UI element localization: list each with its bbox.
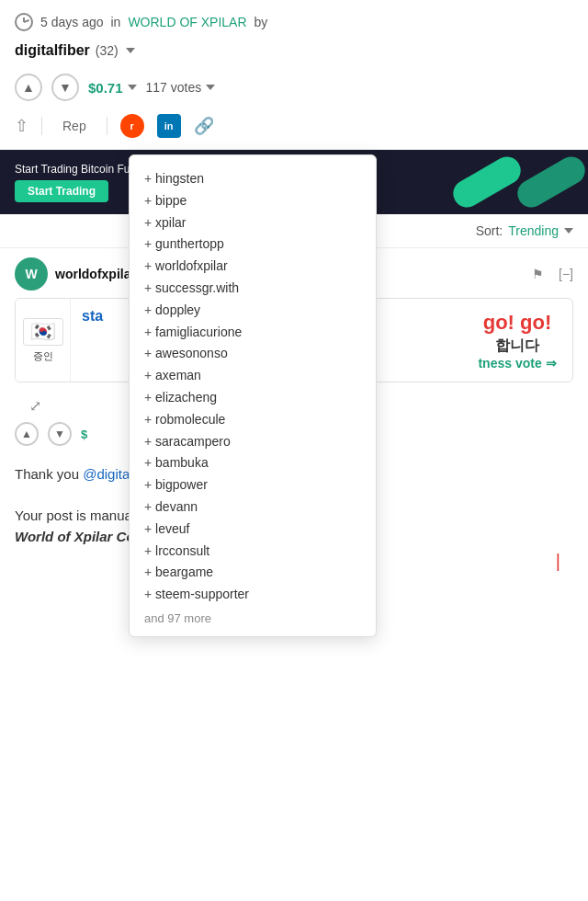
voter-item[interactable]: + leveuf bbox=[144, 519, 361, 541]
voter-item[interactable]: + steem-supporter bbox=[144, 584, 361, 606]
comment-payout[interactable]: $ bbox=[81, 428, 87, 441]
payout-display[interactable]: $0.71 bbox=[88, 80, 137, 96]
post-header: 5 days ago in WORLD OF XPILAR by bbox=[0, 0, 588, 39]
voters-list: + hingsten+ bippe+ xpilar+ gunthertopp+ … bbox=[144, 168, 361, 606]
author-rep: (32) bbox=[96, 43, 119, 58]
reddit-icon[interactable]: r bbox=[120, 114, 144, 138]
votes-dropdown-arrow[interactable] bbox=[206, 85, 215, 90]
voter-item[interactable]: + doppley bbox=[144, 300, 361, 322]
cta-text: tness vote ⇒ bbox=[478, 356, 556, 371]
voter-item[interactable]: + successgr.with bbox=[144, 278, 361, 300]
vote-row: ▲ ▼ $0.71 117 votes bbox=[0, 68, 588, 110]
voter-item[interactable]: + axeman bbox=[144, 365, 361, 387]
author-row: digitalfiber (32) bbox=[0, 39, 588, 68]
collapse-button[interactable]: [−] bbox=[559, 267, 573, 281]
card-right-side: go! go! 합니다 tness vote ⇒ bbox=[462, 299, 572, 382]
voter-item[interactable]: + devann bbox=[144, 496, 361, 519]
voter-item[interactable]: + bigpower bbox=[144, 474, 361, 496]
sort-dropdown-arrow[interactable] bbox=[564, 228, 573, 234]
comment-downvote-button[interactable]: ▼ bbox=[48, 422, 72, 446]
clock-icon bbox=[15, 13, 33, 31]
action-row: ⇧ Rep r in 🔗 bbox=[0, 110, 588, 150]
linkedin-icon[interactable]: in bbox=[157, 114, 181, 138]
voter-item[interactable]: + awesononso bbox=[144, 343, 361, 365]
by-label: by bbox=[254, 15, 268, 29]
voter-item[interactable]: + lrcconsult bbox=[144, 541, 361, 563]
expand-icon[interactable]: ⤢ bbox=[29, 397, 41, 415]
author-name[interactable]: digitalfiber bbox=[15, 42, 90, 59]
pill-shape-1 bbox=[448, 152, 526, 212]
reply-button[interactable]: Rep bbox=[55, 115, 94, 137]
voter-item[interactable]: + famigliacurione bbox=[144, 322, 361, 344]
sort-value[interactable]: Trending bbox=[508, 223, 573, 238]
card-flag-area: 🇰🇷 증인 bbox=[16, 299, 71, 382]
ad-decoration bbox=[404, 150, 588, 214]
commenter-name[interactable]: worldofxpilar bbox=[55, 267, 136, 281]
community-link[interactable]: WORLD OF XPILAR bbox=[128, 15, 246, 29]
start-trading-button[interactable]: Start Trading bbox=[15, 180, 108, 202]
red-decoration: | bbox=[556, 547, 560, 575]
downvote-button[interactable]: ▼ bbox=[51, 74, 79, 101]
korean-promo: 합니다 bbox=[478, 336, 556, 356]
divider2 bbox=[107, 117, 107, 135]
korean-flag: 🇰🇷 bbox=[23, 318, 63, 346]
voter-item[interactable]: + xpilar bbox=[144, 212, 361, 234]
pill-shape-2 bbox=[513, 152, 588, 212]
voter-item[interactable]: + elizacheng bbox=[144, 387, 361, 409]
and-more-label: and 97 more bbox=[144, 611, 361, 625]
voter-item[interactable]: + saracampero bbox=[144, 431, 361, 453]
sort-label: Sort: bbox=[476, 223, 503, 238]
comment-upvote-button[interactable]: ▲ bbox=[15, 422, 39, 446]
korean-label: 증인 bbox=[33, 349, 53, 363]
voter-item[interactable]: + robmolecule bbox=[144, 409, 361, 431]
votes-count[interactable]: 117 votes bbox=[146, 80, 216, 95]
voter-item[interactable]: + bambuka bbox=[144, 452, 361, 474]
time-ago-label: 5 days ago bbox=[40, 15, 104, 29]
avatar: W bbox=[15, 257, 48, 291]
voter-item[interactable]: + worldofxpilar bbox=[144, 256, 361, 278]
voters-dropdown: + hingsten+ bippe+ xpilar+ gunthertopp+ … bbox=[129, 154, 377, 637]
author-dropdown-arrow[interactable] bbox=[126, 48, 135, 53]
comment-text-1: Thank you bbox=[15, 466, 83, 482]
flag-icon[interactable]: ⚑ bbox=[532, 267, 544, 281]
community-prefix: in bbox=[111, 15, 121, 29]
voter-item[interactable]: + hingsten bbox=[144, 168, 361, 190]
voter-item[interactable]: + beargame bbox=[144, 562, 361, 584]
voter-item[interactable]: + bippe bbox=[144, 190, 361, 212]
voter-item[interactable]: + gunthertopp bbox=[144, 234, 361, 256]
upvote-button[interactable]: ▲ bbox=[15, 74, 42, 101]
promo-text: go! go! bbox=[478, 310, 556, 336]
divider bbox=[41, 117, 42, 135]
link-icon[interactable]: 🔗 bbox=[194, 116, 214, 136]
payout-dropdown-arrow[interactable] bbox=[128, 85, 137, 90]
share-icon[interactable]: ⇧ bbox=[15, 116, 28, 136]
